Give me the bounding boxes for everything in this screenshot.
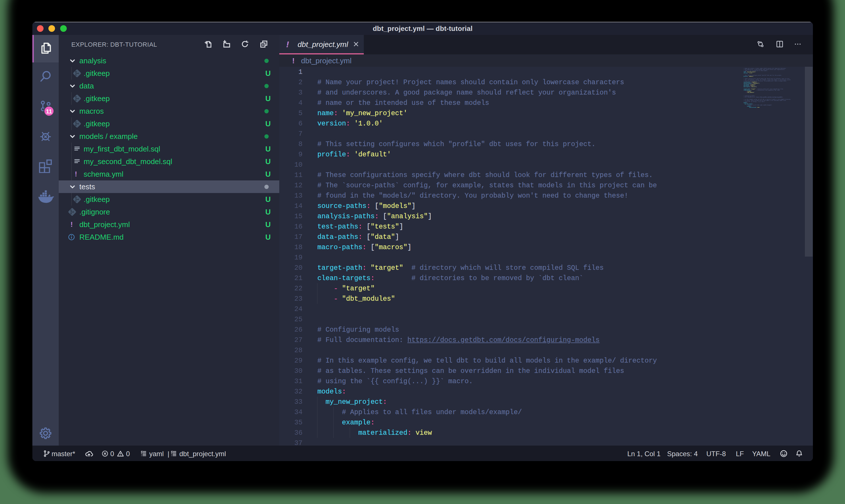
- svg-text:!: !: [75, 170, 77, 178]
- svg-text:!: !: [70, 220, 73, 228]
